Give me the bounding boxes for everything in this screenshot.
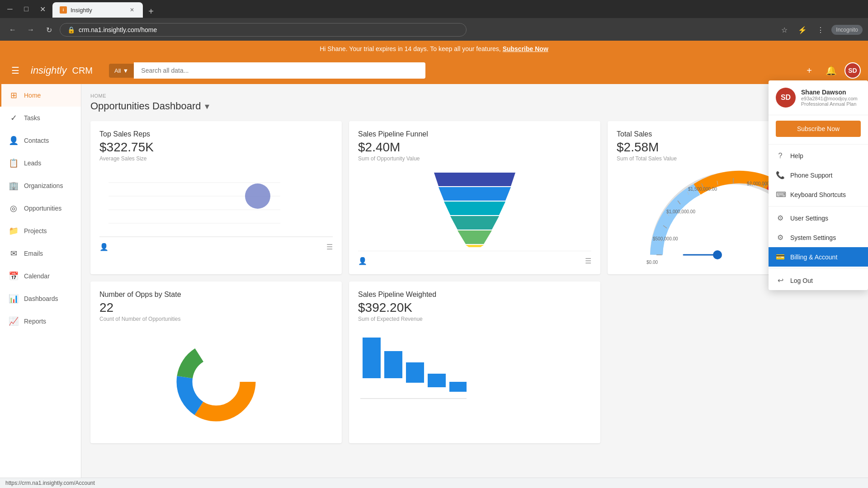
- forward-btn[interactable]: →: [24, 23, 38, 37]
- tab-close-btn[interactable]: ✕: [128, 6, 136, 14]
- trial-text: Hi Shane. Your trial expires in 14 days.…: [320, 45, 501, 52]
- billing-label: Billing & Account: [790, 253, 837, 261]
- reports-icon: 📈: [9, 316, 19, 326]
- trial-banner: Hi Shane. Your trial expires in 14 days.…: [0, 41, 868, 57]
- svg-text:$1,000,000.00: $1,000,000.00: [666, 209, 695, 214]
- widget-top-sales-reps: Top Sales Reps $322.75K Average Sales Si…: [90, 121, 342, 274]
- widget-sales-pipeline-funnel: Sales Pipeline Funnel $2.40M Sum of Oppo…: [349, 121, 600, 274]
- widget-subtitle-top-sales: Average Sales Size: [99, 155, 333, 162]
- tab-title: Insightly: [71, 7, 92, 14]
- widget-title-funnel: Sales Pipeline Funnel: [358, 130, 591, 138]
- tab-bar: i Insightly ✕ +: [49, 0, 161, 18]
- app-header: ☰ insightly CRM All ▼ + 🔔 SD: [0, 57, 868, 84]
- svg-marker-7: [444, 202, 505, 215]
- sidebar-item-organizations[interactable]: 🏢 Organizations: [0, 174, 81, 197]
- widget-subtitle-funnel: Sum of Opportunity Value: [358, 155, 591, 162]
- phone-support-label: Phone Support: [790, 172, 832, 179]
- search-input[interactable]: [134, 62, 425, 79]
- sidebar-item-opportunities[interactable]: ◎ Opportunities: [0, 197, 81, 220]
- browser-controls: ─ □ ✕: [4, 3, 49, 15]
- svg-point-4: [245, 183, 270, 209]
- menu-dots-btn[interactable]: ⋮: [813, 23, 828, 37]
- dropdown-item-system-settings[interactable]: ⚙ System Settings: [769, 228, 868, 247]
- sidebar-item-emails[interactable]: ✉ Emails: [0, 242, 81, 265]
- app-container: Hi Shane. Your trial expires in 14 days.…: [0, 41, 868, 488]
- donut-svg: [171, 337, 261, 427]
- search-area: All ▼: [109, 62, 425, 79]
- search-scope-btn[interactable]: All ▼: [109, 64, 134, 78]
- sidebar-contacts-label: Contacts: [24, 137, 49, 144]
- projects-icon: 📁: [9, 226, 19, 236]
- url-bar[interactable]: 🔒 crm.na1.insightly.com/home: [60, 23, 467, 37]
- widget-value-top-sales: $322.75K: [99, 140, 333, 155]
- svg-text:$1,500,000.00: $1,500,000.00: [688, 187, 717, 192]
- hamburger-btn[interactable]: ☰: [7, 62, 24, 79]
- user-avatar-btn[interactable]: SD: [844, 62, 861, 79]
- dropdown-item-user-settings[interactable]: ⚙ User Settings: [769, 208, 868, 228]
- system-settings-label: System Settings: [790, 234, 836, 241]
- dashboard-grid: Top Sales Reps $322.75K Average Sales Si…: [90, 121, 859, 443]
- dropdown-header: SD Shane Dawson e93a2841@moodjoy.com Pro…: [769, 80, 868, 115]
- main-layout: ⊞ Home ✓ Tasks 👤 Contacts 📋 Leads 🏢 Orga…: [0, 84, 868, 488]
- help-icon: ?: [776, 152, 785, 160]
- dropdown-divider-3: [769, 268, 868, 269]
- sidebar-item-tasks[interactable]: ✓ Tasks: [0, 107, 81, 129]
- tasks-icon: ✓: [9, 113, 19, 123]
- active-tab[interactable]: i Insightly ✕: [52, 2, 143, 18]
- breadcrumb: HOME: [90, 93, 859, 99]
- status-bar: https://crm.na1.insightly.com/Account: [0, 478, 868, 488]
- donut-container: [99, 329, 333, 434]
- refresh-btn[interactable]: ↻: [42, 23, 56, 37]
- minimize-btn[interactable]: ─: [4, 3, 16, 15]
- dropdown-item-help[interactable]: ? Help: [769, 146, 868, 165]
- svg-marker-10: [466, 245, 484, 247]
- sidebar-home-label: Home: [24, 92, 41, 99]
- bookmark-btn[interactable]: ☆: [777, 23, 792, 37]
- logout-label: Log Out: [790, 277, 813, 284]
- logout-icon: ↩: [776, 276, 785, 285]
- svg-point-40: [193, 358, 240, 405]
- sidebar-item-home[interactable]: ⊞ Home: [0, 84, 81, 107]
- sidebar-item-reports[interactable]: 📈 Reports: [0, 310, 81, 333]
- sidebar-opportunities-label: Opportunities: [24, 205, 61, 212]
- widget-value-opps-state: 22: [99, 300, 333, 315]
- close-btn[interactable]: ✕: [36, 3, 49, 15]
- sidebar-item-projects[interactable]: 📁 Projects: [0, 220, 81, 242]
- bar-chart-svg: [358, 333, 467, 410]
- notifications-btn[interactable]: 🔔: [823, 62, 839, 79]
- sidebar-item-leads[interactable]: 📋 Leads: [0, 152, 81, 174]
- dropdown-avatar: SD: [776, 88, 796, 108]
- svg-rect-42: [384, 351, 402, 378]
- dropdown-subscribe-btn[interactable]: Subscribe Now: [776, 121, 861, 137]
- maximize-btn[interactable]: □: [20, 3, 33, 15]
- list-icon-top-sales: ☰: [326, 243, 333, 251]
- dropdown-item-keyboard-shortcuts[interactable]: ⌨ Keyboard Shortcuts: [769, 185, 868, 204]
- svg-rect-41: [363, 338, 381, 378]
- sidebar-tasks-label: Tasks: [24, 114, 40, 122]
- widget-value-funnel: $2.40M: [358, 140, 591, 155]
- sidebar-item-calendar[interactable]: 📅 Calendar: [0, 265, 81, 287]
- svg-marker-8: [450, 216, 499, 230]
- back-btn[interactable]: ←: [5, 23, 20, 37]
- dropdown-item-logout[interactable]: ↩ Log Out: [769, 271, 868, 290]
- user-settings-label: User Settings: [790, 215, 828, 222]
- dropdown-item-billing[interactable]: 💳 Billing & Account: [769, 247, 868, 267]
- person-icon-funnel: 👤: [358, 257, 367, 265]
- extension-btn[interactable]: ⚡: [795, 23, 810, 37]
- dropdown-user-name: Shane Dawson: [801, 89, 861, 96]
- subscribe-banner-link[interactable]: Subscribe Now: [503, 45, 548, 52]
- new-tab-btn[interactable]: +: [145, 5, 157, 18]
- dropdown-item-phone-support[interactable]: 📞 Phone Support: [769, 165, 868, 185]
- svg-text:$500,000.00: $500,000.00: [653, 236, 678, 241]
- page-header: Opportunities Dashboard ▾: [90, 100, 859, 112]
- dashboard-dropdown-btn[interactable]: ▾: [205, 101, 209, 112]
- dropdown-user-email: e93a2841@moodjoy.com: [801, 96, 861, 101]
- sidebar-item-contacts[interactable]: 👤 Contacts: [0, 129, 81, 152]
- add-btn[interactable]: +: [801, 62, 817, 79]
- sidebar-item-dashboards[interactable]: 📊 Dashboards: [0, 287, 81, 310]
- widget-value-weighted: $392.20K: [358, 300, 591, 315]
- sidebar-leads-label: Leads: [24, 160, 41, 167]
- dropdown-user-info: Shane Dawson e93a2841@moodjoy.com Profes…: [801, 89, 861, 107]
- billing-icon: 💳: [776, 253, 785, 261]
- widget-title-weighted: Sales Pipeline Weighted: [358, 291, 591, 299]
